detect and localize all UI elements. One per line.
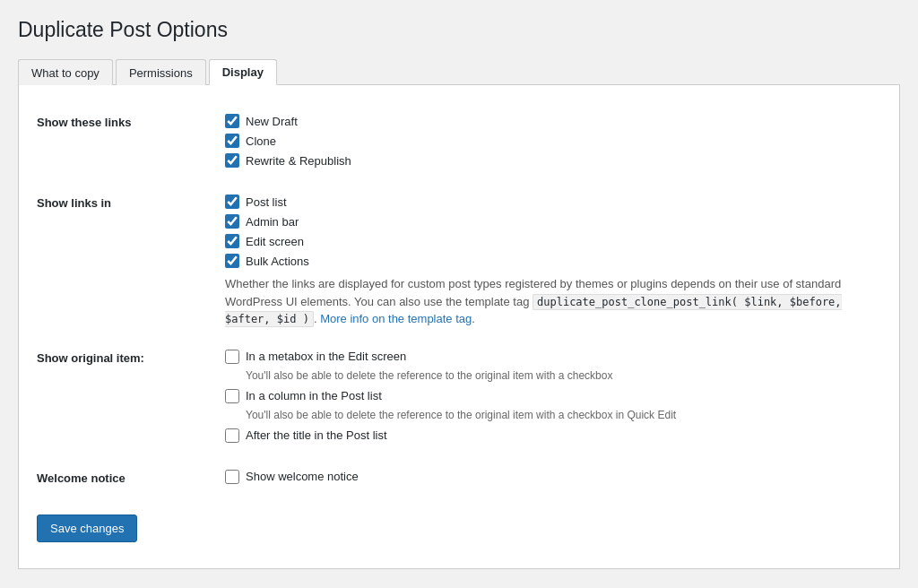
welcome-notice-label: Welcome notice: [37, 459, 216, 500]
show-original-item-row: Show original item: In a metabox in the …: [37, 339, 881, 459]
new-draft-label: New Draft: [246, 115, 298, 128]
page-wrap: Duplicate Post Options What to copy Perm…: [0, 0, 918, 587]
new-draft-checkbox[interactable]: [225, 114, 239, 128]
clone-checkbox[interactable]: [225, 134, 239, 148]
show-these-links-row: Show these links New Draft Clone Rewr: [37, 103, 881, 184]
save-changes-button[interactable]: Save changes: [37, 514, 137, 542]
post-list-label: Post list: [246, 195, 287, 209]
admin-bar-checkbox[interactable]: [225, 214, 239, 229]
column-post-list-label: In a column in the Post list: [246, 389, 382, 402]
show-original-item-label: Show original item:: [37, 339, 216, 459]
after-title-checkbox[interactable]: [225, 428, 239, 443]
edit-screen-label: Edit screen: [246, 235, 304, 248]
metabox-edit-screen-label: In a metabox in the Edit screen: [246, 350, 406, 363]
column-post-list-row: In a column in the Post list: [225, 389, 874, 403]
show-original-item-controls: In a metabox in the Edit screen You'll a…: [216, 339, 881, 459]
show-these-links-label: Show these links: [37, 103, 216, 184]
bulk-actions-checkbox[interactable]: [225, 254, 239, 268]
post-list-row: Post list: [225, 195, 874, 209]
show-links-in-controls: Post list Admin bar Edit screen Bul: [216, 184, 881, 339]
clone-row: Clone: [225, 134, 874, 148]
edit-screen-row: Edit screen: [225, 234, 874, 248]
tab-bar: What to copy Permissions Display: [18, 58, 900, 85]
rewrite-republish-label: Rewrite & Republish: [246, 154, 351, 168]
tab-what-to-copy[interactable]: What to copy: [18, 59, 113, 85]
metabox-edit-screen-checkbox[interactable]: [225, 350, 239, 364]
tab-permissions[interactable]: Permissions: [116, 59, 206, 85]
show-links-in-description: Whether the links are displayed for cust…: [225, 275, 874, 328]
admin-bar-row: Admin bar: [225, 214, 874, 229]
rewrite-republish-checkbox[interactable]: [225, 153, 239, 168]
new-draft-row: New Draft: [225, 114, 874, 128]
clone-label: Clone: [246, 134, 276, 148]
welcome-notice-row: Welcome notice Show welcome notice: [37, 459, 881, 500]
page-title: Duplicate Post Options: [18, 18, 900, 42]
column-post-list-sub-desc: You'll also be able to delete the refere…: [246, 409, 874, 421]
content-area: Show these links New Draft Clone Rewr: [18, 85, 900, 569]
column-post-list-checkbox[interactable]: [225, 389, 239, 403]
rewrite-republish-row: Rewrite & Republish: [225, 153, 874, 168]
post-list-checkbox[interactable]: [225, 195, 239, 209]
tab-display[interactable]: Display: [209, 59, 277, 85]
options-table: Show these links New Draft Clone Rewr: [37, 103, 881, 500]
show-welcome-notice-row: Show welcome notice: [225, 470, 874, 484]
show-links-in-label: Show links in: [37, 184, 216, 339]
admin-bar-label: Admin bar: [246, 215, 299, 229]
metabox-edit-screen-sub-desc: You'll also be able to delete the refere…: [246, 369, 874, 382]
after-title-label: After the title in the Post list: [246, 428, 387, 442]
show-links-in-row: Show links in Post list Admin bar Edi: [37, 184, 881, 339]
after-title-row: After the title in the Post list: [225, 428, 874, 443]
show-welcome-notice-checkbox[interactable]: [225, 470, 239, 484]
show-welcome-notice-label: Show welcome notice: [246, 470, 359, 483]
more-info-link[interactable]: More info on the template tag: [320, 312, 472, 325]
welcome-notice-controls: Show welcome notice: [216, 459, 881, 500]
bulk-actions-label: Bulk Actions: [246, 255, 309, 268]
bulk-actions-row: Bulk Actions: [225, 254, 874, 268]
edit-screen-checkbox[interactable]: [225, 234, 239, 248]
show-these-links-controls: New Draft Clone Rewrite & Republish: [216, 103, 881, 184]
metabox-edit-screen-row: In a metabox in the Edit screen: [225, 350, 874, 364]
